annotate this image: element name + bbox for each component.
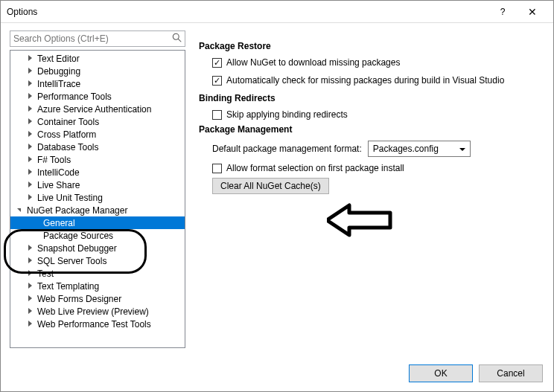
tree-item-web-live-preview[interactable]: Web Live Preview (Preview): [10, 305, 185, 318]
default-format-select[interactable]: Packages.config: [368, 141, 471, 157]
tree-item-intellitrace[interactable]: IntelliTrace: [10, 77, 185, 90]
tree-item-web-forms-designer[interactable]: Web Forms Designer: [10, 292, 185, 305]
titlebar: Options ? ✕: [1, 1, 553, 23]
clear-cache-row: Clear All NuGet Cache(s): [199, 178, 544, 194]
tree-item-cross-platform[interactable]: Cross Platform: [10, 128, 185, 141]
search-input[interactable]: [10, 30, 185, 47]
allow-download-row: Allow NuGet to download missing packages: [199, 57, 544, 68]
package-management-heading: Package Management: [199, 124, 544, 135]
tree-item-text-editor[interactable]: Text Editor: [10, 52, 185, 65]
tree-item-database-tools[interactable]: Database Tools: [10, 141, 185, 153]
tree-item-text-templating[interactable]: Text Templating: [10, 280, 185, 292]
tree-item-test[interactable]: Test: [10, 267, 185, 280]
default-format-row: Default package management format: Packa…: [199, 141, 544, 157]
clear-cache-button[interactable]: Clear All NuGet Cache(s): [212, 178, 329, 194]
tree-item-fsharp-tools[interactable]: F# Tools: [10, 153, 185, 166]
skip-binding-row: Skip applying binding redirects: [199, 109, 544, 120]
package-restore-heading: Package Restore: [199, 41, 544, 51]
allow-download-label: Allow NuGet to download missing packages: [226, 57, 400, 68]
tree-item-azure-auth[interactable]: Azure Service Authentication: [10, 103, 185, 115]
allow-selection-row: Allow format selection on first package …: [199, 163, 544, 173]
close-button[interactable]: ✕: [518, 1, 547, 23]
search-wrap: [10, 30, 185, 47]
window-title: Options: [7, 7, 488, 17]
help-button[interactable]: ?: [488, 1, 518, 23]
ok-button[interactable]: OK: [409, 364, 473, 382]
tree-item-intellicode[interactable]: IntelliCode: [10, 166, 185, 179]
default-format-label: Default package management format:: [212, 144, 362, 154]
tree-item-live-share[interactable]: Live Share: [10, 179, 185, 191]
dialog-footer: OK Cancel: [1, 356, 553, 391]
auto-check-checkbox[interactable]: [212, 76, 222, 86]
tree-item-debugging[interactable]: Debugging: [10, 65, 185, 77]
binding-redirects-heading: Binding Redirects: [199, 93, 544, 103]
left-panel: Text Editor Debugging IntelliTrace Perfo…: [10, 30, 185, 348]
allow-selection-label: Allow format selection on first package …: [226, 163, 404, 173]
search-icon: [172, 33, 182, 43]
auto-check-label: Automatically check for missing packages…: [226, 75, 504, 86]
tree-item-container-tools[interactable]: Container Tools: [10, 115, 185, 128]
options-tree[interactable]: Text Editor Debugging IntelliTrace Perfo…: [10, 50, 185, 348]
skip-binding-checkbox[interactable]: [212, 110, 222, 120]
tree-item-nuget[interactable]: NuGet Package Manager: [10, 204, 185, 216]
allow-selection-checkbox[interactable]: [212, 164, 222, 173]
tree-item-sql-server-tools[interactable]: SQL Server Tools: [10, 254, 185, 267]
tree-item-nuget-sources[interactable]: Package Sources: [10, 229, 185, 242]
svg-line-1: [178, 39, 181, 42]
tree-item-nuget-general[interactable]: General: [10, 216, 185, 229]
tree-item-live-unit-testing[interactable]: Live Unit Testing: [10, 191, 185, 204]
allow-download-checkbox[interactable]: [212, 58, 222, 68]
auto-check-row: Automatically check for missing packages…: [199, 75, 544, 86]
svg-point-0: [173, 33, 179, 39]
tree-item-performance-tools[interactable]: Performance Tools: [10, 90, 185, 103]
skip-binding-label: Skip applying binding redirects: [226, 109, 348, 120]
cancel-button[interactable]: Cancel: [479, 364, 543, 382]
content-area: Text Editor Debugging IntelliTrace Perfo…: [1, 23, 553, 356]
right-panel: Package Restore Allow NuGet to download …: [199, 30, 544, 348]
tree-item-web-perf-test-tools[interactable]: Web Performance Test Tools: [10, 318, 185, 330]
tree-item-snapshot-debugger[interactable]: Snapshot Debugger: [10, 242, 185, 254]
options-dialog: Options ? ✕ Text Editor Debugging Intell…: [0, 0, 554, 392]
